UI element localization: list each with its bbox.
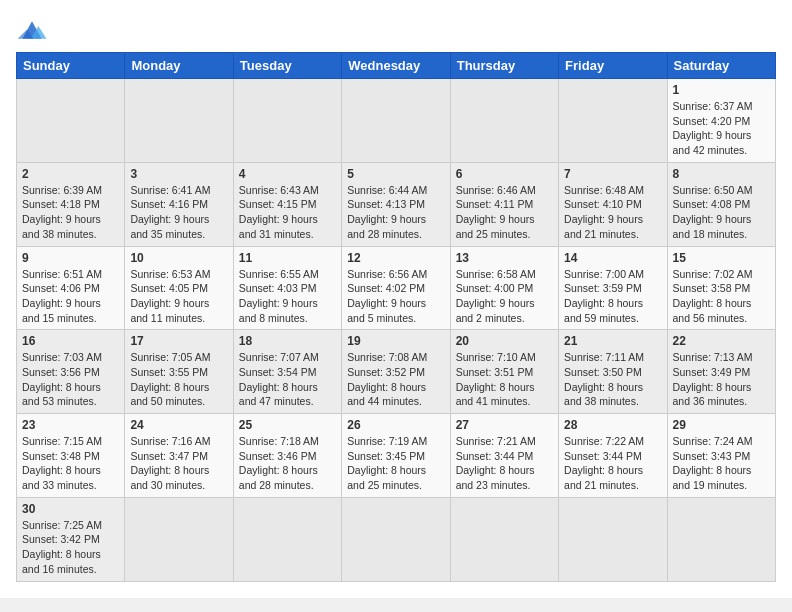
header (16, 16, 776, 44)
day-cell: 1Sunrise: 6:37 AMSunset: 4:20 PMDaylight… (667, 79, 775, 163)
day-cell (342, 497, 450, 581)
day-cell: 8Sunrise: 6:50 AMSunset: 4:08 PMDaylight… (667, 162, 775, 246)
day-cell: 25Sunrise: 7:18 AMSunset: 3:46 PMDayligh… (233, 414, 341, 498)
day-info: Sunrise: 7:10 AMSunset: 3:51 PMDaylight:… (456, 350, 553, 409)
day-number: 14 (564, 251, 661, 265)
day-info: Sunrise: 7:11 AMSunset: 3:50 PMDaylight:… (564, 350, 661, 409)
day-cell: 15Sunrise: 7:02 AMSunset: 3:58 PMDayligh… (667, 246, 775, 330)
day-info: Sunrise: 6:41 AMSunset: 4:16 PMDaylight:… (130, 183, 227, 242)
day-cell: 7Sunrise: 6:48 AMSunset: 4:10 PMDaylight… (559, 162, 667, 246)
day-number: 23 (22, 418, 119, 432)
day-cell (667, 497, 775, 581)
day-cell: 10Sunrise: 6:53 AMSunset: 4:05 PMDayligh… (125, 246, 233, 330)
day-info: Sunrise: 7:08 AMSunset: 3:52 PMDaylight:… (347, 350, 444, 409)
day-cell: 5Sunrise: 6:44 AMSunset: 4:13 PMDaylight… (342, 162, 450, 246)
day-info: Sunrise: 7:21 AMSunset: 3:44 PMDaylight:… (456, 434, 553, 493)
week-row-2: 2Sunrise: 6:39 AMSunset: 4:18 PMDaylight… (17, 162, 776, 246)
day-header-saturday: Saturday (667, 53, 775, 79)
day-number: 15 (673, 251, 770, 265)
day-info: Sunrise: 6:46 AMSunset: 4:11 PMDaylight:… (456, 183, 553, 242)
day-number: 20 (456, 334, 553, 348)
day-cell: 4Sunrise: 6:43 AMSunset: 4:15 PMDaylight… (233, 162, 341, 246)
day-info: Sunrise: 6:58 AMSunset: 4:00 PMDaylight:… (456, 267, 553, 326)
day-cell (450, 497, 558, 581)
day-cell: 11Sunrise: 6:55 AMSunset: 4:03 PMDayligh… (233, 246, 341, 330)
day-cell: 22Sunrise: 7:13 AMSunset: 3:49 PMDayligh… (667, 330, 775, 414)
day-cell: 19Sunrise: 7:08 AMSunset: 3:52 PMDayligh… (342, 330, 450, 414)
day-info: Sunrise: 6:39 AMSunset: 4:18 PMDaylight:… (22, 183, 119, 242)
day-cell (125, 497, 233, 581)
day-cell: 26Sunrise: 7:19 AMSunset: 3:45 PMDayligh… (342, 414, 450, 498)
day-info: Sunrise: 6:37 AMSunset: 4:20 PMDaylight:… (673, 99, 770, 158)
day-number: 12 (347, 251, 444, 265)
day-cell: 12Sunrise: 6:56 AMSunset: 4:02 PMDayligh… (342, 246, 450, 330)
day-number: 9 (22, 251, 119, 265)
day-cell (559, 79, 667, 163)
day-info: Sunrise: 7:07 AMSunset: 3:54 PMDaylight:… (239, 350, 336, 409)
day-number: 6 (456, 167, 553, 181)
day-info: Sunrise: 7:22 AMSunset: 3:44 PMDaylight:… (564, 434, 661, 493)
day-info: Sunrise: 7:18 AMSunset: 3:46 PMDaylight:… (239, 434, 336, 493)
day-number: 29 (673, 418, 770, 432)
day-header-thursday: Thursday (450, 53, 558, 79)
day-number: 17 (130, 334, 227, 348)
day-info: Sunrise: 7:25 AMSunset: 3:42 PMDaylight:… (22, 518, 119, 577)
day-number: 11 (239, 251, 336, 265)
day-info: Sunrise: 7:05 AMSunset: 3:55 PMDaylight:… (130, 350, 227, 409)
day-info: Sunrise: 7:00 AMSunset: 3:59 PMDaylight:… (564, 267, 661, 326)
day-cell: 23Sunrise: 7:15 AMSunset: 3:48 PMDayligh… (17, 414, 125, 498)
day-info: Sunrise: 7:19 AMSunset: 3:45 PMDaylight:… (347, 434, 444, 493)
day-info: Sunrise: 7:02 AMSunset: 3:58 PMDaylight:… (673, 267, 770, 326)
day-cell: 13Sunrise: 6:58 AMSunset: 4:00 PMDayligh… (450, 246, 558, 330)
day-number: 21 (564, 334, 661, 348)
day-cell: 17Sunrise: 7:05 AMSunset: 3:55 PMDayligh… (125, 330, 233, 414)
day-cell: 21Sunrise: 7:11 AMSunset: 3:50 PMDayligh… (559, 330, 667, 414)
day-info: Sunrise: 6:56 AMSunset: 4:02 PMDaylight:… (347, 267, 444, 326)
day-info: Sunrise: 6:50 AMSunset: 4:08 PMDaylight:… (673, 183, 770, 242)
calendar-table: SundayMondayTuesdayWednesdayThursdayFrid… (16, 52, 776, 582)
day-number: 19 (347, 334, 444, 348)
calendar-page: SundayMondayTuesdayWednesdayThursdayFrid… (0, 0, 792, 598)
day-number: 8 (673, 167, 770, 181)
week-row-5: 23Sunrise: 7:15 AMSunset: 3:48 PMDayligh… (17, 414, 776, 498)
day-info: Sunrise: 6:55 AMSunset: 4:03 PMDaylight:… (239, 267, 336, 326)
day-info: Sunrise: 6:48 AMSunset: 4:10 PMDaylight:… (564, 183, 661, 242)
day-number: 16 (22, 334, 119, 348)
day-cell: 30Sunrise: 7:25 AMSunset: 3:42 PMDayligh… (17, 497, 125, 581)
week-row-6: 30Sunrise: 7:25 AMSunset: 3:42 PMDayligh… (17, 497, 776, 581)
day-info: Sunrise: 7:24 AMSunset: 3:43 PMDaylight:… (673, 434, 770, 493)
day-cell: 9Sunrise: 6:51 AMSunset: 4:06 PMDaylight… (17, 246, 125, 330)
day-cell: 16Sunrise: 7:03 AMSunset: 3:56 PMDayligh… (17, 330, 125, 414)
day-cell (450, 79, 558, 163)
day-number: 22 (673, 334, 770, 348)
day-cell: 14Sunrise: 7:00 AMSunset: 3:59 PMDayligh… (559, 246, 667, 330)
day-info: Sunrise: 7:13 AMSunset: 3:49 PMDaylight:… (673, 350, 770, 409)
day-header-sunday: Sunday (17, 53, 125, 79)
day-info: Sunrise: 6:44 AMSunset: 4:13 PMDaylight:… (347, 183, 444, 242)
day-cell: 24Sunrise: 7:16 AMSunset: 3:47 PMDayligh… (125, 414, 233, 498)
day-cell (342, 79, 450, 163)
day-info: Sunrise: 7:15 AMSunset: 3:48 PMDaylight:… (22, 434, 119, 493)
day-number: 1 (673, 83, 770, 97)
day-number: 27 (456, 418, 553, 432)
calendar-header: SundayMondayTuesdayWednesdayThursdayFrid… (17, 53, 776, 79)
day-number: 7 (564, 167, 661, 181)
day-number: 13 (456, 251, 553, 265)
day-info: Sunrise: 7:03 AMSunset: 3:56 PMDaylight:… (22, 350, 119, 409)
day-info: Sunrise: 6:51 AMSunset: 4:06 PMDaylight:… (22, 267, 119, 326)
day-cell: 2Sunrise: 6:39 AMSunset: 4:18 PMDaylight… (17, 162, 125, 246)
calendar-body: 1Sunrise: 6:37 AMSunset: 4:20 PMDaylight… (17, 79, 776, 582)
day-header-tuesday: Tuesday (233, 53, 341, 79)
day-cell: 20Sunrise: 7:10 AMSunset: 3:51 PMDayligh… (450, 330, 558, 414)
day-cell (233, 79, 341, 163)
week-row-4: 16Sunrise: 7:03 AMSunset: 3:56 PMDayligh… (17, 330, 776, 414)
week-row-3: 9Sunrise: 6:51 AMSunset: 4:06 PMDaylight… (17, 246, 776, 330)
day-number: 24 (130, 418, 227, 432)
logo-icon (16, 16, 48, 44)
day-cell: 28Sunrise: 7:22 AMSunset: 3:44 PMDayligh… (559, 414, 667, 498)
logo-area (16, 16, 52, 44)
day-header-wednesday: Wednesday (342, 53, 450, 79)
day-number: 2 (22, 167, 119, 181)
day-cell: 18Sunrise: 7:07 AMSunset: 3:54 PMDayligh… (233, 330, 341, 414)
day-info: Sunrise: 6:53 AMSunset: 4:05 PMDaylight:… (130, 267, 227, 326)
